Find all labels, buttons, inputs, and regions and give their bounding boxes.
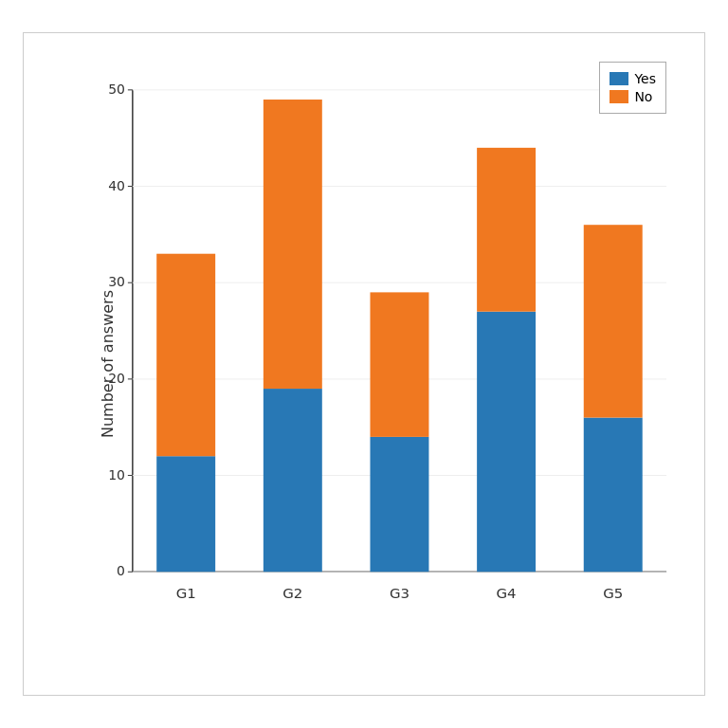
svg-rect-33 (584, 225, 643, 417)
svg-text:G4: G4 (497, 585, 517, 602)
svg-rect-21 (156, 254, 215, 457)
svg-text:G3: G3 (390, 585, 410, 602)
svg-text:G2: G2 (282, 585, 302, 602)
chart-svg: 01020304050G1G2G3G4G5 (90, 52, 685, 638)
svg-text:20: 20 (108, 371, 125, 386)
chart-area: 01020304050G1G2G3G4G5 Yes No (90, 52, 685, 638)
legend-yes: Yes (610, 71, 656, 86)
legend-no: No (610, 89, 656, 104)
svg-rect-26 (370, 437, 428, 572)
svg-rect-20 (156, 456, 215, 572)
yes-color-swatch (610, 72, 628, 85)
chart-container: Number of answers 01020304050G1G2G3G4G5 … (23, 32, 705, 696)
svg-text:G5: G5 (603, 585, 623, 602)
svg-text:40: 40 (108, 178, 125, 193)
legend-yes-label: Yes (634, 71, 656, 86)
legend-box: Yes No (599, 62, 666, 114)
svg-rect-29 (477, 312, 536, 573)
svg-rect-24 (264, 100, 322, 389)
svg-rect-23 (264, 389, 322, 572)
svg-rect-30 (477, 148, 536, 312)
svg-text:G1: G1 (176, 585, 196, 602)
svg-text:30: 30 (108, 274, 125, 289)
svg-rect-32 (584, 418, 643, 573)
svg-rect-27 (370, 292, 428, 437)
svg-text:0: 0 (117, 563, 125, 578)
no-color-swatch (610, 90, 628, 103)
legend-no-label: No (634, 89, 652, 104)
svg-text:10: 10 (108, 467, 125, 482)
svg-text:50: 50 (108, 82, 125, 97)
